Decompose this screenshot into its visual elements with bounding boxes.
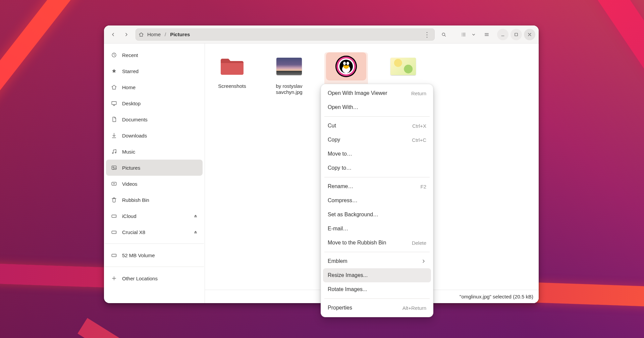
sidebar-item-label: Starred xyxy=(122,68,139,74)
svg-point-4 xyxy=(112,153,113,154)
minimize-button[interactable] xyxy=(497,29,508,40)
drive-icon xyxy=(111,213,117,219)
home-icon xyxy=(139,32,144,37)
eject-icon[interactable] xyxy=(193,214,198,218)
close-button[interactable] xyxy=(524,29,535,40)
context-menu-label: Move to the Rubbish Bin xyxy=(328,240,386,246)
context-menu-item[interactable]: Move to… xyxy=(323,147,431,161)
sidebar-item-icloud[interactable]: iCloud xyxy=(106,208,203,224)
context-menu-item[interactable]: Open With Image ViewerReturn xyxy=(323,86,431,100)
context-menu-accel: Delete xyxy=(412,240,426,246)
breadcrumb-root[interactable]: Home xyxy=(147,32,161,37)
context-menu-item[interactable]: Emblem xyxy=(323,254,431,268)
sidebar-item-volume[interactable]: 52 MB Volume xyxy=(106,247,203,263)
breadcrumb-current[interactable]: Pictures xyxy=(170,32,190,37)
svg-rect-3 xyxy=(112,102,116,105)
context-menu-separator xyxy=(324,252,430,252)
context-menu-accel: F2 xyxy=(420,184,426,189)
downloads-icon xyxy=(111,132,117,139)
context-menu-item[interactable]: CopyCtrl+C xyxy=(323,133,431,147)
maximize-button[interactable] xyxy=(511,29,522,40)
context-menu-item[interactable]: Rotate Images... xyxy=(323,282,431,296)
context-menu-item[interactable]: Resize Images... xyxy=(323,268,431,282)
context-menu-item[interactable]: PropertiesAlt+Return xyxy=(323,301,431,315)
sidebar-item-home[interactable]: Home xyxy=(106,79,203,95)
sidebar-item-label: 52 MB Volume xyxy=(122,252,155,258)
context-menu-accel: Ctrl+C xyxy=(412,137,426,143)
context-menu: Open With Image ViewerReturnOpen With…Cu… xyxy=(321,84,433,317)
eject-icon[interactable] xyxy=(193,230,198,234)
plus-icon xyxy=(111,275,117,282)
image-thumbnail xyxy=(383,52,423,80)
view-list-button[interactable] xyxy=(460,29,468,40)
context-menu-label: Rotate Images... xyxy=(328,286,367,292)
home-icon xyxy=(111,84,117,91)
videos-icon xyxy=(111,180,117,187)
sidebar-item-recent[interactable]: Recent xyxy=(106,47,203,63)
nav-buttons xyxy=(107,29,132,40)
sidebar-item-label: Crucial X8 xyxy=(122,229,145,235)
sidebar-item-starred[interactable]: Starred xyxy=(106,63,203,79)
drive-icon xyxy=(111,229,117,235)
back-button[interactable] xyxy=(107,29,119,40)
image-thumbnail xyxy=(269,52,309,80)
pathbar-menu-icon[interactable]: ⋮ xyxy=(424,31,432,38)
svg-point-7 xyxy=(113,167,114,168)
image-thumbnail xyxy=(326,52,366,80)
sidebar-item-downloads[interactable]: Downloads xyxy=(106,127,203,144)
context-menu-item[interactable]: CutCtrl+X xyxy=(323,119,431,133)
sidebar-item-pictures[interactable]: Pictures xyxy=(106,160,203,176)
sidebar-item-videos[interactable]: Videos xyxy=(106,176,203,192)
folder-item[interactable]: Screenshots xyxy=(210,52,254,92)
desktop-icon xyxy=(111,100,117,107)
hamburger-menu-button[interactable] xyxy=(481,29,492,40)
pathbar[interactable]: Home / Pictures ⋮ xyxy=(136,29,435,41)
context-menu-label: Resize Images... xyxy=(328,272,368,278)
svg-rect-14 xyxy=(194,233,197,233)
music-icon xyxy=(111,148,117,155)
context-menu-accel: Ctrl+X xyxy=(412,123,426,129)
context-menu-accel: Return xyxy=(411,91,426,96)
context-menu-label: Move to… xyxy=(328,151,352,157)
context-menu-item[interactable]: Set as Background… xyxy=(323,208,431,222)
sidebar-item-label: Rubbish Bin xyxy=(122,197,149,203)
context-menu-item[interactable]: Open With… xyxy=(323,100,431,114)
breadcrumb-separator: / xyxy=(165,32,166,37)
context-menu-label: Copy xyxy=(328,137,340,143)
context-menu-accel: Alt+Return xyxy=(402,305,426,311)
context-menu-item[interactable]: Rename…F2 xyxy=(323,179,431,193)
context-menu-item[interactable]: Move to the Rubbish BinDelete xyxy=(323,236,431,250)
sidebar-item-documents[interactable]: Documents xyxy=(106,111,203,127)
context-menu-label: Emblem xyxy=(328,258,347,264)
sidebar-item-desktop[interactable]: Desktop xyxy=(106,95,203,111)
view-dropdown-button[interactable] xyxy=(470,29,478,40)
context-menu-item[interactable]: E-mail… xyxy=(323,222,431,236)
context-menu-separator xyxy=(324,177,430,177)
chevron-right-icon xyxy=(421,259,426,264)
file-label: by rostyslav savchyn.jpg xyxy=(267,83,311,95)
context-menu-item[interactable]: Compress… xyxy=(323,193,431,208)
svg-point-10 xyxy=(115,216,116,217)
sidebar-item-label: Other Locations xyxy=(122,276,158,281)
sidebar-item-other-locations[interactable]: Other Locations xyxy=(106,270,203,286)
forward-button[interactable] xyxy=(121,29,132,40)
sidebar-item-crucial-x8[interactable]: Crucial X8 xyxy=(106,224,203,240)
svg-rect-9 xyxy=(112,215,116,218)
search-button[interactable] xyxy=(438,29,449,40)
sidebar-item-label: Music xyxy=(122,149,135,155)
svg-point-16 xyxy=(115,255,116,256)
sidebar-item-label: Videos xyxy=(122,181,138,187)
sidebar-item-rubbish-bin[interactable]: Rubbish Bin xyxy=(106,192,203,208)
context-menu-label: Open With… xyxy=(328,104,359,110)
headerbar: Home / Pictures ⋮ xyxy=(104,25,539,44)
file-item[interactable]: by rostyslav savchyn.jpg xyxy=(267,52,311,98)
context-menu-separator xyxy=(324,116,430,117)
sidebar-item-label: Desktop xyxy=(122,101,141,106)
context-menu-item[interactable]: Copy to… xyxy=(323,161,431,175)
trash-icon xyxy=(111,196,117,203)
sidebar-item-label: Pictures xyxy=(122,165,140,171)
pictures-icon xyxy=(111,164,117,171)
star-icon xyxy=(111,68,117,74)
sidebar-item-music[interactable]: Music xyxy=(106,144,203,160)
clock-icon xyxy=(111,52,117,58)
